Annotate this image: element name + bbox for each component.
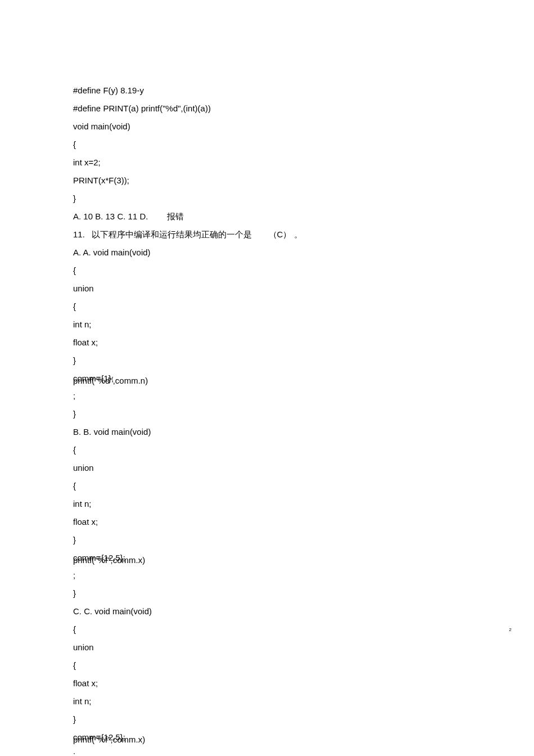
code-line: } [73, 354, 461, 366]
code-layer: printf("%f",comm.x) [73, 734, 145, 745]
answer-choices: A. 10 B. 13 C. 11 D. 报错 [73, 210, 461, 222]
overlapped-code: comm={12.5}; printf("%f",comm.x) [73, 552, 461, 563]
overlapped-code: comm={12.5}; printf("%f",comm.x) [73, 731, 461, 742]
code-line: B. B. void main(void) [73, 426, 461, 438]
code-line: union [73, 282, 461, 294]
code-line: } [73, 192, 461, 204]
code-line: } [73, 587, 461, 599]
code-line: { [73, 444, 461, 456]
code-line: { [73, 300, 461, 312]
code-line: ; [73, 390, 461, 402]
code-line: int n; [73, 695, 461, 707]
code-line: } [73, 534, 461, 546]
code-line: float x; [73, 677, 461, 689]
code-line: void main(void) [73, 120, 461, 132]
code-line: #define F(y) 8.19-y [73, 84, 461, 96]
code-line: #define PRINT(a) printf("%d",(int)(a)) [73, 102, 461, 114]
code-layer: printf("%f",comm.x) [73, 554, 145, 566]
code-line: float x; [73, 516, 461, 528]
code-line: A. A. void main(void) [73, 246, 461, 258]
code-line: { [73, 138, 461, 150]
code-line: int x=2; [73, 156, 461, 168]
code-line: int n; [73, 318, 461, 330]
page-number: 2 [509, 627, 512, 632]
code-line: PRINT(x*F(3)); [73, 174, 461, 186]
code-line: ; [73, 749, 461, 756]
document-page: #define F(y) 8.19-y #define PRINT(a) pri… [0, 0, 534, 756]
code-line: { [73, 659, 461, 671]
code-layer: printf("%d",comm.n) [73, 375, 148, 386]
code-line: { [73, 264, 461, 276]
code-line: int n; [73, 498, 461, 510]
code-line: ; [73, 569, 461, 581]
code-line: } [73, 713, 461, 725]
code-line: } [73, 408, 461, 420]
code-line: float x; [73, 336, 461, 348]
code-line: { [73, 480, 461, 492]
overlapped-code: comm={1}; printf("%d",comm.n) [73, 372, 461, 384]
code-line: { [73, 623, 461, 635]
question-text: 11. 以下程序中编译和运行结果均正确的一个是 （C） 。 [73, 228, 461, 240]
code-line: union [73, 641, 461, 653]
code-line: union [73, 462, 461, 474]
code-line: C. C. void main(void) [73, 605, 461, 617]
